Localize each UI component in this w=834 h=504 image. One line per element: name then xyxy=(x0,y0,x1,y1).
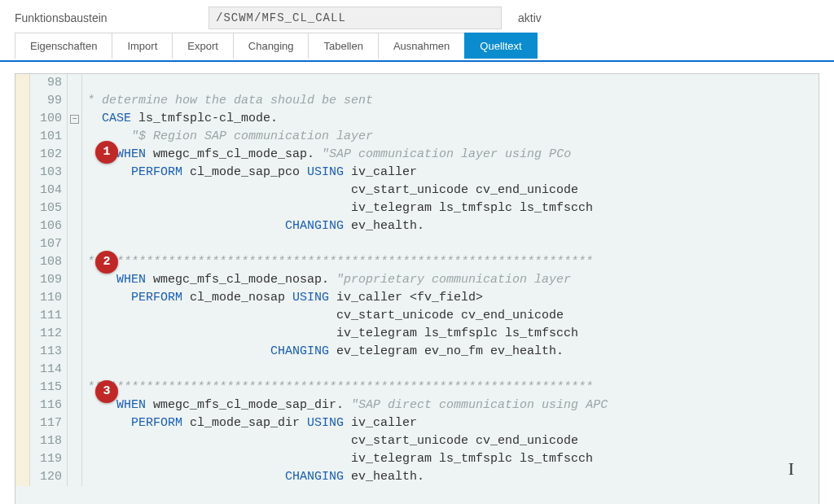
tab-import[interactable]: Import xyxy=(112,33,173,59)
fold-cell xyxy=(68,397,81,414)
code-line[interactable] xyxy=(87,361,819,379)
code-line[interactable]: WHEN wmegc_mfs_cl_mode_nosap. "proprieta… xyxy=(87,271,819,289)
annotation-callout-2: 2 xyxy=(95,251,118,274)
line-number: 116 xyxy=(30,397,62,414)
line-number: 112 xyxy=(30,325,62,343)
fold-cell xyxy=(68,217,81,235)
code-editor[interactable]: 9899100101102103104105106107108109110111… xyxy=(15,73,819,504)
fold-cell xyxy=(68,74,81,92)
fold-cell xyxy=(68,92,81,110)
code-line[interactable]: iv_telegram ls_tmfsplc ls_tmfscch xyxy=(87,450,819,468)
fold-cell xyxy=(68,182,81,199)
line-number: 111 xyxy=(30,307,62,325)
code-line[interactable]: WHEN wmegc_mfs_cl_mode_sap. "SAP communi… xyxy=(87,146,819,164)
module-type-label: Funktionsbaustein xyxy=(15,11,202,24)
tab-changing[interactable]: Changing xyxy=(233,33,309,59)
modification-gutter xyxy=(15,74,30,486)
tab-ausnahmen[interactable]: Ausnahmen xyxy=(378,33,465,59)
line-number: 117 xyxy=(30,414,62,432)
fold-cell xyxy=(68,235,81,253)
fold-cell xyxy=(68,468,81,486)
fold-cell xyxy=(68,361,81,379)
tab-quelltext[interactable]: Quelltext xyxy=(464,33,537,59)
fold-cell xyxy=(68,379,81,397)
line-number: 100 xyxy=(30,110,62,128)
line-number: 101 xyxy=(30,128,62,146)
tab-export[interactable]: Export xyxy=(172,33,234,59)
code-line[interactable]: CASE ls_tmfsplc-cl_mode. xyxy=(87,110,819,128)
tab-eigenschaften[interactable]: Eigenschaften xyxy=(15,33,112,59)
line-number: 114 xyxy=(30,361,62,379)
fold-toggle-icon[interactable]: − xyxy=(70,115,79,124)
fold-cell xyxy=(68,325,81,343)
line-number: 102 xyxy=(30,146,62,164)
code-line[interactable]: * determine how the data should be sent xyxy=(87,92,819,110)
fold-cell xyxy=(68,343,81,361)
annotation-callout-3: 3 xyxy=(95,380,118,403)
fold-cell xyxy=(68,289,81,307)
code-line[interactable]: iv_telegram ls_tmfsplc ls_tmfscch xyxy=(87,199,819,217)
code-line[interactable]: CHANGING ev_telegram ev_no_fm ev_health. xyxy=(87,343,819,361)
fold-cell xyxy=(68,253,81,271)
line-number: 113 xyxy=(30,343,62,361)
code-line[interactable]: PERFORM cl_mode_sap_dir USING iv_caller xyxy=(87,414,819,432)
line-number: 105 xyxy=(30,199,62,217)
line-number: 110 xyxy=(30,289,62,307)
fold-cell xyxy=(68,271,81,289)
code-line[interactable]: CHANGING ev_health. xyxy=(87,217,819,235)
code-line[interactable]: cv_start_unicode cv_end_unicode xyxy=(87,307,819,325)
tab-tabellen[interactable]: Tabellen xyxy=(308,33,378,59)
code-line[interactable]: PERFORM cl_mode_sap_pco USING iv_caller xyxy=(87,164,819,182)
fold-cell xyxy=(68,450,81,468)
code-line[interactable] xyxy=(87,74,819,92)
module-name-input[interactable] xyxy=(208,7,502,29)
annotation-callout-1: 1 xyxy=(95,141,118,164)
code-line[interactable]: cv_start_unicode cv_end_unicode xyxy=(87,182,819,199)
line-number-gutter: 9899100101102103104105106107108109110111… xyxy=(30,74,68,486)
code-line[interactable]: CHANGING ev_health. xyxy=(87,468,819,486)
fold-cell xyxy=(68,414,81,432)
line-number: 99 xyxy=(30,92,62,110)
code-line[interactable]: PERFORM cl_mode_nosap USING iv_caller <f… xyxy=(87,289,819,307)
fold-cell xyxy=(68,128,81,146)
line-number: 107 xyxy=(30,235,62,253)
code-line[interactable]: "$ Region SAP communication layer xyxy=(87,128,819,146)
line-number: 109 xyxy=(30,271,62,289)
fold-cell xyxy=(68,146,81,164)
fold-cell xyxy=(68,432,81,450)
code-line[interactable]: iv_telegram ls_tmfsplc ls_tmfscch xyxy=(87,325,819,343)
code-line[interactable]: cv_start_unicode cv_end_unicode xyxy=(87,432,819,450)
code-line[interactable]: ****************************************… xyxy=(87,253,819,271)
line-number: 108 xyxy=(30,253,62,271)
line-number: 104 xyxy=(30,182,62,199)
text-cursor-icon: I xyxy=(788,460,794,478)
header-row: Funktionsbaustein aktiv xyxy=(0,0,834,33)
code-line[interactable]: ****************************************… xyxy=(87,379,819,397)
fold-cell[interactable]: − xyxy=(68,110,81,128)
code-line[interactable] xyxy=(87,235,819,253)
fold-cell xyxy=(68,199,81,217)
line-number: 106 xyxy=(30,217,62,235)
fold-gutter: − xyxy=(68,74,82,486)
line-number: 98 xyxy=(30,74,62,92)
line-number: 118 xyxy=(30,432,62,450)
code-content[interactable]: * determine how the data should be sent … xyxy=(82,74,819,486)
line-number: 103 xyxy=(30,164,62,182)
tabstrip: EigenschaftenImportExportChangingTabelle… xyxy=(0,33,834,62)
fold-cell xyxy=(68,307,81,325)
status-label: aktiv xyxy=(508,11,542,24)
line-number: 119 xyxy=(30,450,62,468)
code-line[interactable]: WHEN wmegc_mfs_cl_mode_sap_dir. "SAP dir… xyxy=(87,397,819,414)
line-number: 115 xyxy=(30,379,62,397)
fold-cell xyxy=(68,164,81,182)
line-number: 120 xyxy=(30,468,62,486)
